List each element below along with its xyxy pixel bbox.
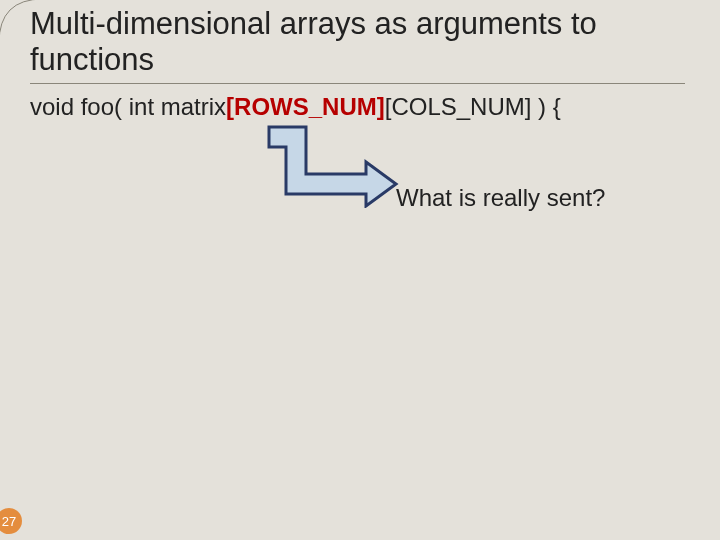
title-underline	[30, 83, 685, 84]
page-number: 27	[2, 514, 16, 529]
code-highlight: [ROWS_NUM]	[226, 93, 385, 120]
arrow-icon	[264, 122, 404, 208]
question-text: What is really sent?	[396, 184, 605, 212]
page-number-badge: 27	[0, 508, 22, 534]
slide-title: Multi-dimensional arrays as arguments to…	[30, 6, 690, 77]
code-line: void foo( int matrix[ROWS_NUM][COLS_NUM]…	[30, 93, 561, 121]
slide: Multi-dimensional arrays as arguments to…	[0, 0, 720, 540]
code-suffix: [COLS_NUM] ) {	[385, 93, 561, 120]
code-prefix: void foo( int matrix	[30, 93, 226, 120]
